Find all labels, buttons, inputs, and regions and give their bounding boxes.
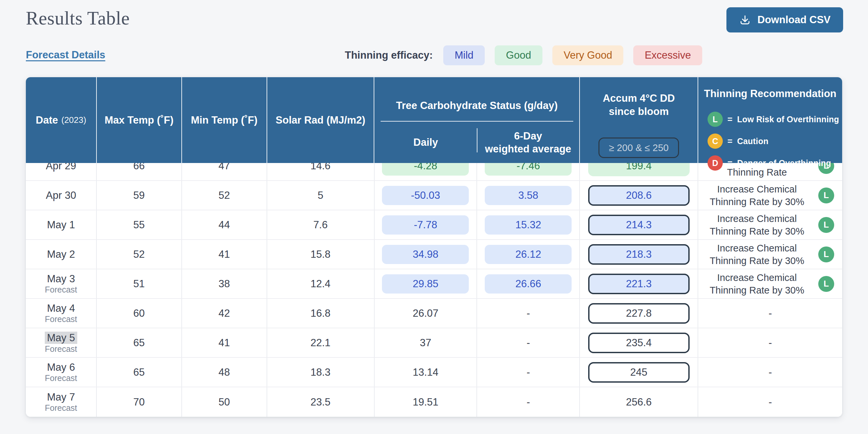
cell-daily-carb: 34.98 xyxy=(382,245,469,264)
cell-date: Apr 30 xyxy=(46,190,76,201)
cell-date: May 2 xyxy=(47,248,75,260)
cell-solar-rad: 5 xyxy=(267,181,375,210)
cell-weighted-carb: - xyxy=(477,358,580,387)
cell-solar-rad: 16.8 xyxy=(267,299,375,328)
carb-sub-divider xyxy=(477,128,477,153)
cell-accum-dd: 218.3 xyxy=(588,244,690,265)
download-csv-label: Download CSV xyxy=(757,14,831,26)
table-row-may5: May 5 Forecast 65 41 22.1 37 - 235.4 - xyxy=(26,328,842,358)
cell-solar-rad: 7.6 xyxy=(267,210,375,239)
cell-recommendation: Increase Chemical Thinning Rate by 30% xyxy=(701,183,813,208)
cell-daily-carb: -7.78 xyxy=(382,215,469,235)
cell-weighted-carb: 15.32 xyxy=(485,215,571,235)
cell-daily-carb: 19.51 xyxy=(375,387,477,417)
efficacy-badge-very-good: Very Good xyxy=(552,45,623,65)
cell-weighted-carb: - xyxy=(477,387,580,417)
cell-solar-rad: 15.8 xyxy=(267,240,375,269)
page-title: Results Table xyxy=(26,6,130,31)
col-header-solar-rad: Solar Rad (MJ/m2) xyxy=(267,77,375,163)
cell-max-temp: 70 xyxy=(97,387,182,417)
cell-max-temp: 60 xyxy=(97,299,182,328)
col-header-recommendation: Thinning Recommendation L = Low Risk of … xyxy=(698,77,842,163)
risk-badge-low: L xyxy=(818,246,834,262)
carb-group-title: Tree Carbohydrate Status (g/day) xyxy=(374,77,579,121)
table-row-may4: May 4 Forecast 60 42 16.8 26.07 - 227.8 … xyxy=(26,299,842,328)
cell-weighted-carb: 26.66 xyxy=(485,274,571,294)
legend-circle-danger-icon: D xyxy=(708,155,723,171)
efficacy-badge-excessive: Excessive xyxy=(633,45,702,65)
cell-accum-dd: 221.3 xyxy=(588,274,690,294)
forecast-label: Forecast xyxy=(45,344,77,354)
cell-weighted-carb: 26.12 xyxy=(485,245,571,264)
download-icon xyxy=(739,14,751,26)
date-header-label: Date xyxy=(36,114,58,126)
recommendation-legend: L = Low Risk of Overthinning C = Caution… xyxy=(703,112,839,171)
cell-min-temp: 50 xyxy=(182,387,267,417)
cell-weighted-carb: 3.58 xyxy=(485,186,571,205)
forecast-label: Forecast xyxy=(45,403,77,413)
table-row-may3: May 3 Forecast 51 38 12.4 29.85 26.66 22… xyxy=(26,269,842,299)
cell-min-temp: 44 xyxy=(182,210,267,239)
forecast-label: Forecast xyxy=(45,314,77,324)
table-row-may2: May 2 52 41 15.8 34.98 26.12 218.3 Incre… xyxy=(26,240,842,269)
forecast-label: Forecast xyxy=(45,285,77,295)
legend-circle-low-icon: L xyxy=(708,112,723,127)
cell-date: May 3 xyxy=(47,273,75,285)
risk-badge-low: L xyxy=(818,276,834,292)
cell-solar-rad: 22.1 xyxy=(267,328,375,357)
cell-recommendation: - xyxy=(698,328,842,357)
cell-max-temp: 65 xyxy=(97,328,182,357)
col-header-carbohydrate-group: Tree Carbohydrate Status (g/day) Daily 6… xyxy=(374,77,580,163)
cell-daily-carb: 37 xyxy=(375,328,477,357)
cell-solar-rad: 18.3 xyxy=(267,358,375,387)
cell-max-temp: 51 xyxy=(97,269,182,298)
cell-min-temp: 41 xyxy=(182,328,267,357)
cell-max-temp: 59 xyxy=(97,181,182,210)
page: Results Table Download CSV Forecast Deta… xyxy=(0,0,868,434)
cell-accum-dd: 245 xyxy=(588,362,690,382)
risk-badge-low: L xyxy=(818,217,834,233)
cell-daily-carb: 13.14 xyxy=(375,358,477,387)
table-scroll-area[interactable]: Apr 29 66 47 14.6 -4.28 -7.46 199.4 Incr… xyxy=(26,152,842,417)
cell-min-temp: 52 xyxy=(182,181,267,210)
table-row-apr30: Apr 30 59 52 5 -50.03 3.58 208.6 Increas… xyxy=(26,181,842,210)
cell-date: May 1 xyxy=(47,219,75,231)
cell-min-temp: 42 xyxy=(182,299,267,328)
cell-recommendation: Increase Chemical Thinning Rate by 30% xyxy=(701,242,813,267)
date-header-year: (2023) xyxy=(61,115,86,125)
legend-circle-caution-icon: C xyxy=(708,134,723,149)
cell-max-temp: 55 xyxy=(97,210,182,239)
legend-row-low: L = Low Risk of Overthinning xyxy=(708,112,839,127)
cell-solar-rad: 12.4 xyxy=(267,269,375,298)
cell-daily-carb: 29.85 xyxy=(382,274,469,294)
cell-date: May 7 xyxy=(47,391,75,403)
cell-daily-carb: -50.03 xyxy=(382,186,469,205)
cell-recommendation: Increase Chemical Thinning Rate by 30% xyxy=(701,212,813,238)
cell-accum-dd: 208.6 xyxy=(588,185,690,206)
download-csv-button[interactable]: Download CSV xyxy=(726,7,843,32)
cell-accum-dd: 214.3 xyxy=(588,215,690,235)
table-row-may7: May 7 Forecast 70 50 23.5 19.51 - 256.6 … xyxy=(26,387,842,417)
table-row-may1: May 1 55 44 7.6 -7.78 15.32 214.3 Increa… xyxy=(26,210,842,240)
forecast-details-link[interactable]: Forecast Details xyxy=(26,49,105,61)
cell-recommendation: Increase Chemical Thinning Rate by 30% xyxy=(701,271,813,297)
cell-min-temp: 38 xyxy=(182,269,267,298)
cell-accum-dd: 227.8 xyxy=(588,303,690,324)
cell-accum-dd: 256.6 xyxy=(580,387,698,417)
cell-max-temp: 52 xyxy=(97,240,182,269)
cell-weighted-carb: - xyxy=(477,299,580,328)
cell-date: May 6 xyxy=(47,362,75,373)
col-header-max-temp: Max Temp (˚F) xyxy=(97,77,182,163)
risk-badge-low: L xyxy=(818,188,834,203)
efficacy-badge-good: Good xyxy=(495,45,542,65)
accum-range-pill: ≥ 200 & ≤ 250 xyxy=(598,137,679,158)
cell-solar-rad: 23.5 xyxy=(267,387,375,417)
results-table-card: Date (2023) Max Temp (˚F) Min Temp (˚F) … xyxy=(26,77,842,417)
recommendation-header-title: Thinning Recommendation xyxy=(704,88,837,100)
col-header-date: Date (2023) xyxy=(26,77,97,163)
cell-recommendation: - xyxy=(698,299,842,328)
col-header-min-temp: Min Temp (˚F) xyxy=(182,77,267,163)
legend-row-danger: D = Danger of Overthinning xyxy=(708,155,839,171)
cell-max-temp: 65 xyxy=(97,358,182,387)
cell-recommendation: - xyxy=(698,358,842,387)
